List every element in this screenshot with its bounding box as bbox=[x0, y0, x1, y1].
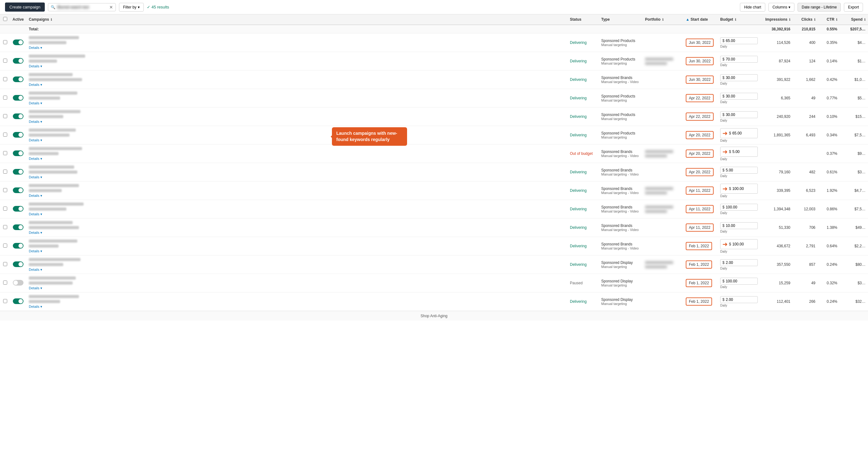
active-toggle[interactable] bbox=[13, 113, 24, 119]
row-toggle-cell[interactable] bbox=[10, 163, 26, 181]
row-toggle-cell[interactable] bbox=[10, 237, 26, 255]
budget-input[interactable] bbox=[726, 260, 748, 265]
row-budget-cell[interactable]: ➜ $ Daily bbox=[718, 181, 762, 200]
details-link[interactable]: Details ▾ bbox=[29, 286, 42, 290]
row-checkbox[interactable] bbox=[3, 133, 7, 137]
row-toggle-cell[interactable] bbox=[10, 219, 26, 237]
details-link[interactable]: Details ▾ bbox=[29, 231, 42, 234]
details-link[interactable]: Details ▾ bbox=[29, 212, 42, 216]
row-checkbox-cell[interactable] bbox=[0, 292, 10, 311]
row-checkbox-cell[interactable] bbox=[0, 274, 10, 292]
row-checkbox-cell[interactable] bbox=[0, 33, 10, 52]
budget-input[interactable] bbox=[726, 57, 748, 61]
budget-input[interactable] bbox=[726, 94, 748, 98]
row-budget-cell[interactable]: $ Daily bbox=[718, 274, 762, 292]
details-link[interactable]: Details ▾ bbox=[29, 157, 42, 161]
row-toggle-cell[interactable] bbox=[10, 292, 26, 311]
row-checkbox-cell[interactable] bbox=[0, 163, 10, 181]
row-budget-cell[interactable]: ➜ $ Daily bbox=[718, 144, 762, 163]
budget-input[interactable] bbox=[726, 76, 748, 80]
row-budget-cell[interactable]: $ Daily bbox=[718, 292, 762, 311]
row-checkbox[interactable] bbox=[3, 59, 7, 63]
row-checkbox[interactable] bbox=[3, 225, 7, 229]
active-toggle[interactable] bbox=[13, 224, 24, 230]
row-toggle-cell[interactable] bbox=[10, 181, 26, 200]
row-checkbox[interactable] bbox=[3, 170, 7, 174]
date-range-button[interactable]: Date range - Lifetime bbox=[798, 3, 841, 11]
details-link[interactable]: Details ▾ bbox=[29, 249, 42, 253]
active-toggle[interactable] bbox=[13, 298, 24, 304]
active-toggle[interactable] bbox=[13, 132, 24, 138]
row-budget-cell[interactable]: $ Daily bbox=[718, 200, 762, 219]
budget-input[interactable] bbox=[726, 224, 748, 228]
row-checkbox-cell[interactable] bbox=[0, 70, 10, 89]
row-checkbox[interactable] bbox=[3, 244, 7, 248]
row-checkbox-cell[interactable] bbox=[0, 52, 10, 70]
row-checkbox-cell[interactable] bbox=[0, 255, 10, 274]
row-checkbox-cell[interactable] bbox=[0, 144, 10, 163]
row-budget-cell[interactable]: $ Daily bbox=[718, 33, 762, 52]
details-link[interactable]: Details ▾ bbox=[29, 268, 42, 272]
active-toggle[interactable] bbox=[13, 77, 24, 82]
row-checkbox[interactable] bbox=[3, 188, 7, 192]
row-toggle-cell[interactable] bbox=[10, 255, 26, 274]
row-checkbox-cell[interactable] bbox=[0, 200, 10, 219]
budget-input[interactable] bbox=[733, 187, 754, 191]
row-toggle-cell[interactable] bbox=[10, 33, 26, 52]
budget-input[interactable] bbox=[726, 113, 748, 117]
select-all-checkbox[interactable] bbox=[3, 17, 7, 21]
row-toggle-cell[interactable] bbox=[10, 89, 26, 108]
row-checkbox-cell[interactable] bbox=[0, 237, 10, 255]
row-checkbox[interactable] bbox=[3, 114, 7, 118]
details-link[interactable]: Details ▾ bbox=[29, 101, 42, 105]
budget-input[interactable] bbox=[733, 149, 754, 154]
row-checkbox[interactable] bbox=[3, 77, 7, 81]
active-toggle[interactable] bbox=[13, 243, 24, 249]
row-checkbox-cell[interactable] bbox=[0, 126, 10, 144]
budget-input[interactable] bbox=[726, 279, 748, 283]
active-toggle[interactable] bbox=[13, 261, 24, 267]
hide-chart-button[interactable]: Hide chart bbox=[740, 3, 765, 11]
row-checkbox[interactable] bbox=[3, 40, 7, 44]
row-toggle-cell[interactable] bbox=[10, 126, 26, 144]
active-toggle[interactable] bbox=[13, 95, 24, 101]
details-link[interactable]: Details ▾ bbox=[29, 175, 42, 179]
row-budget-cell[interactable]: $ Daily bbox=[718, 219, 762, 237]
row-checkbox[interactable] bbox=[3, 95, 7, 100]
budget-input[interactable] bbox=[726, 38, 748, 43]
budget-input[interactable] bbox=[733, 242, 754, 246]
active-toggle[interactable] bbox=[13, 206, 24, 211]
row-checkbox[interactable] bbox=[3, 281, 7, 285]
columns-button[interactable]: Columns ▾ bbox=[768, 3, 795, 11]
active-toggle[interactable] bbox=[13, 58, 24, 64]
row-budget-cell[interactable]: $ Daily bbox=[718, 89, 762, 108]
filter-by-button[interactable]: Filter by ▾ bbox=[119, 3, 144, 11]
row-checkbox[interactable] bbox=[3, 206, 7, 211]
details-link[interactable]: Details ▾ bbox=[29, 120, 42, 123]
row-budget-cell[interactable]: $ Daily bbox=[718, 70, 762, 89]
row-budget-cell[interactable]: $ Daily bbox=[718, 255, 762, 274]
row-toggle-cell[interactable] bbox=[10, 144, 26, 163]
header-start-date[interactable]: ▲ Start date bbox=[683, 15, 718, 25]
budget-input[interactable] bbox=[733, 131, 754, 135]
row-budget-cell[interactable]: $ Daily bbox=[718, 52, 762, 70]
search-box[interactable]: 🔍 ✕ bbox=[48, 3, 116, 11]
create-campaign-button[interactable]: Create campaign bbox=[5, 2, 45, 11]
details-link[interactable]: Details ▾ bbox=[29, 305, 42, 308]
export-button[interactable]: Export bbox=[844, 3, 863, 11]
details-link[interactable]: Details ▾ bbox=[29, 83, 42, 87]
budget-input[interactable] bbox=[726, 297, 748, 302]
details-link[interactable]: Details ▾ bbox=[29, 64, 42, 68]
row-checkbox-cell[interactable] bbox=[0, 89, 10, 108]
details-link[interactable]: Details ▾ bbox=[29, 46, 42, 50]
row-checkbox[interactable] bbox=[3, 151, 7, 155]
row-toggle-cell[interactable] bbox=[10, 52, 26, 70]
row-toggle-cell[interactable] bbox=[10, 108, 26, 126]
row-toggle-cell[interactable] bbox=[10, 200, 26, 219]
header-select-all[interactable] bbox=[0, 15, 10, 25]
row-budget-cell[interactable]: $ Daily bbox=[718, 108, 762, 126]
row-budget-cell[interactable]: $ Daily bbox=[718, 163, 762, 181]
row-checkbox[interactable] bbox=[3, 262, 7, 266]
active-toggle[interactable] bbox=[13, 280, 24, 286]
row-checkbox-cell[interactable] bbox=[0, 219, 10, 237]
